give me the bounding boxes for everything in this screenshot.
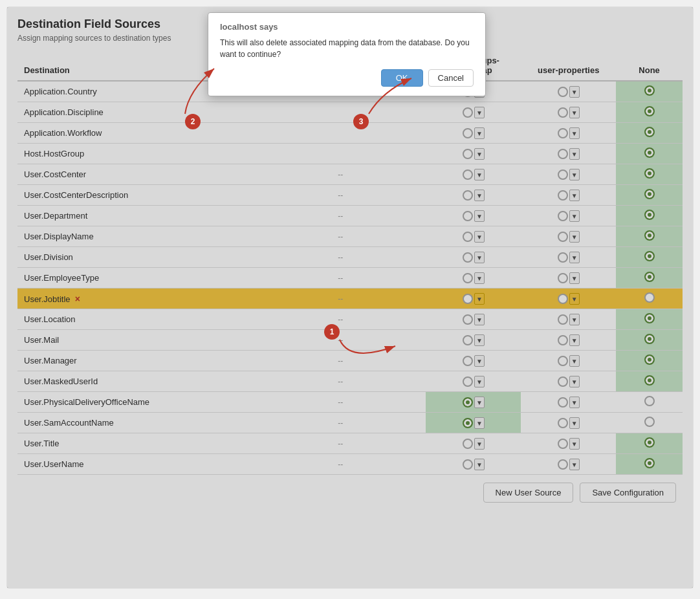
annotation-3: 3: [353, 114, 369, 129]
dialog-ok-button[interactable]: OK: [381, 69, 423, 87]
dialog-box: localhost says This will also delete ass…: [208, 12, 486, 96]
annotation-2: 2: [185, 114, 201, 129]
dialog-message: This will also delete associated mapping…: [220, 37, 474, 60]
dialog-buttons: OK Cancel: [220, 69, 474, 87]
dialog-cancel-button[interactable]: Cancel: [428, 69, 474, 87]
dialog-title: localhost says: [220, 22, 474, 32]
annotation-1: 1: [324, 324, 340, 340]
